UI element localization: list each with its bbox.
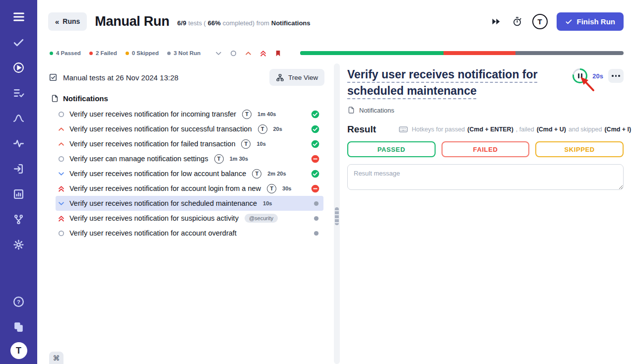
- testomat-badge-icon: T: [267, 184, 276, 193]
- test-row[interactable]: Verify user receives notification for fa…: [56, 136, 323, 151]
- failed-button[interactable]: FAILED: [442, 141, 530, 157]
- tree-view-button[interactable]: Tree View: [269, 69, 324, 86]
- priority-normal-icon: [58, 155, 65, 163]
- test-title: Verify user receives notification for su…: [69, 125, 252, 133]
- test-title: Verify user receives notification for su…: [69, 214, 239, 222]
- run-title: Manual tests at 26 Nov 2024 13:28: [63, 73, 179, 82]
- priority-low-icon: [58, 200, 65, 207]
- fast-forward-icon[interactable]: [490, 15, 502, 28]
- test-row[interactable]: Verify user can manage notification sett…: [56, 151, 323, 166]
- status-count: 2 Failed: [89, 50, 117, 56]
- test-row[interactable]: Verify user receives notification for lo…: [56, 166, 323, 181]
- status-notrun-icon: [313, 230, 319, 237]
- status-passed-icon: [311, 110, 319, 119]
- bookmark-icon[interactable]: [274, 50, 282, 57]
- priority-critical-icon: [58, 215, 65, 222]
- pause-timer-button[interactable]: [572, 68, 587, 83]
- test-row[interactable]: Verify user receives notification for in…: [56, 107, 323, 121]
- hotkeys-text: and skipped: [569, 126, 602, 133]
- test-list: Verify user receives notification for in…: [37, 107, 330, 241]
- timer-history-icon[interactable]: [511, 15, 523, 28]
- breadcrumb[interactable]: Notifications: [347, 106, 624, 114]
- test-plans-icon[interactable]: [9, 83, 29, 103]
- priority-normal-icon: [58, 230, 65, 237]
- test-duration: 10s: [263, 200, 272, 206]
- test-duration: 2m 20s: [267, 171, 286, 177]
- test-row[interactable]: Verify user receives notification for ac…: [56, 226, 323, 241]
- status-passed-icon: [311, 170, 319, 178]
- test-row[interactable]: Verify user receives notification for su…: [56, 121, 323, 136]
- priority-critical-icon: [58, 185, 65, 192]
- test-detail-title[interactable]: Verify user receives notification for sc…: [347, 66, 540, 99]
- testomat-badge-icon: T: [241, 139, 251, 149]
- status-notrun-icon: [313, 215, 319, 222]
- finish-run-label: Finish Run: [577, 17, 616, 26]
- help-icon[interactable]: ?: [9, 292, 29, 311]
- pause-icon: [574, 70, 586, 82]
- hotkey-passed: (Cmd + ENTER): [467, 126, 513, 133]
- runs-icon[interactable]: [9, 58, 29, 77]
- hotkeys-text: , failed: [516, 126, 534, 133]
- test-title: Verify user can manage notification sett…: [69, 155, 208, 163]
- test-row[interactable]: Verify user receives notification for sc…: [56, 196, 323, 211]
- priority-low-icon: [58, 170, 65, 178]
- sidebar: ? T: [0, 0, 37, 364]
- test-list-panel: Manual tests at 26 Nov 2024 13:28 Tree V…: [37, 63, 330, 364]
- chevron-down-icon[interactable]: [215, 50, 222, 57]
- run-report-icon: [48, 72, 58, 82]
- suite-header[interactable]: Notifications: [51, 92, 324, 105]
- status-dot-icon: [50, 52, 53, 55]
- test-title: Verify user receives notification for ac…: [69, 184, 261, 192]
- reports-icon[interactable]: [9, 184, 29, 204]
- priority-high-icon: [58, 140, 65, 148]
- hotkeys-text: Hotkeys for passed: [412, 126, 465, 133]
- import-icon[interactable]: [9, 159, 29, 179]
- trend-icon[interactable]: [9, 108, 29, 128]
- testomat-badge-icon: T: [242, 110, 252, 119]
- scrollbar-handle[interactable]: [335, 207, 339, 225]
- status-failed-icon: [311, 155, 319, 163]
- test-title: Verify user receives notification for lo…: [69, 170, 246, 178]
- settings-gear-icon[interactable]: [9, 235, 29, 254]
- tests-icon[interactable]: [9, 32, 29, 52]
- menu-icon[interactable]: [9, 7, 29, 27]
- elapsed-timer: 20s: [592, 72, 603, 80]
- pulse-icon[interactable]: [9, 133, 29, 153]
- hotkey-skipped: (Cmd + I): [604, 126, 631, 133]
- test-title: Verify user receives notification for sc…: [69, 199, 257, 207]
- test-tag: @security: [245, 214, 278, 223]
- tests-fraction: 6/9: [177, 19, 186, 27]
- test-duration: 20s: [273, 126, 282, 132]
- filter-priority-critical-icon[interactable]: [259, 50, 267, 57]
- tree-view-label: Tree View: [288, 74, 318, 81]
- testomat-badge-icon: T: [252, 169, 261, 179]
- status-count: 4 Passed: [50, 50, 81, 56]
- more-options-button[interactable]: [608, 69, 624, 83]
- page-title: Manual Run: [95, 14, 169, 29]
- filter-priority-high-icon[interactable]: [245, 50, 252, 57]
- keyboard-shortcuts-button[interactable]: ⌘: [49, 352, 64, 364]
- back-to-runs-button[interactable]: « Runs: [48, 12, 87, 31]
- hotkey-failed: (Cmd + U): [537, 126, 566, 133]
- svg-text:?: ?: [17, 299, 20, 304]
- passed-button[interactable]: PASSED: [347, 141, 436, 157]
- branches-icon[interactable]: [9, 209, 29, 229]
- docs-copy-icon[interactable]: [9, 317, 29, 337]
- test-row[interactable]: Verify user receives notification for ac…: [56, 181, 323, 196]
- test-title: Verify user receives notification for fa…: [69, 140, 235, 148]
- percent-completed: 66%: [208, 19, 221, 27]
- finish-run-button[interactable]: Finish Run: [557, 12, 624, 31]
- subtitle-text: tests (: [188, 19, 205, 27]
- test-row[interactable]: Verify user receives notification for su…: [56, 211, 323, 226]
- testomat-logo-icon[interactable]: T: [10, 342, 27, 359]
- testomat-header-logo-icon[interactable]: T: [532, 14, 548, 29]
- progress-passed-segment: [300, 51, 444, 55]
- skipped-button[interactable]: SKIPPED: [535, 141, 624, 157]
- run-progress-bar: [300, 51, 624, 55]
- tree-view-icon: [276, 73, 284, 82]
- double-chevron-left-icon: «: [55, 17, 59, 26]
- keyboard-icon: [398, 124, 408, 134]
- filter-priority-normal-icon[interactable]: [230, 50, 237, 57]
- result-message-input[interactable]: [347, 164, 624, 190]
- test-duration: 10s: [256, 141, 265, 147]
